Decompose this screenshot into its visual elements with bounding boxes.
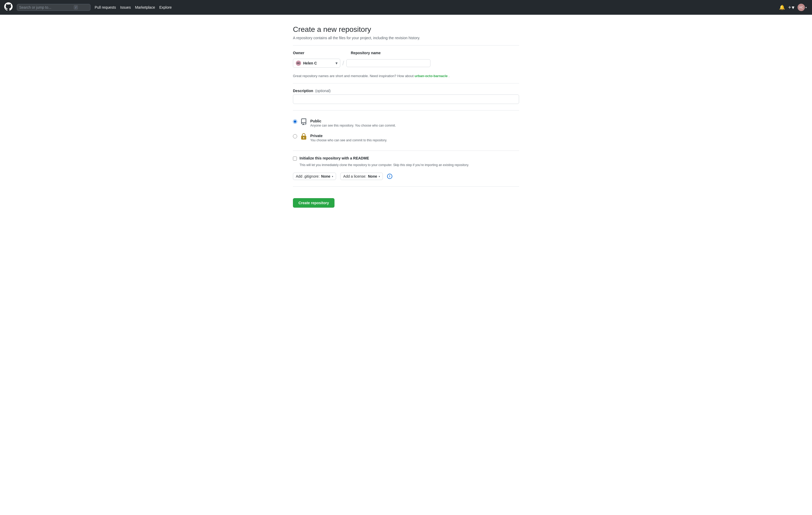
divider-description	[293, 83, 519, 83]
navbar: / Pull requests Issues Marketplace Explo…	[0, 0, 812, 15]
private-text: Private You choose who can see and commi…	[310, 134, 387, 142]
new-item-button[interactable]: + ▾	[788, 4, 794, 10]
kbd-slash: /	[74, 5, 78, 9]
gitignore-label: Add .gitignore:	[296, 174, 319, 179]
owner-repo-section: Owner Repository name HC Helen C ▾ /	[293, 51, 519, 67]
inspiration-text: Great repository names are short and mem…	[293, 74, 519, 78]
gitignore-dropdown[interactable]: Add .gitignore: None ▾	[293, 173, 336, 180]
page-subtitle: A repository contains all the files for …	[293, 36, 519, 40]
owner-label: Owner	[293, 51, 340, 55]
description-optional: (optional)	[315, 89, 330, 93]
page-container: Create a new repository A repository con…	[288, 15, 524, 515]
divider-readme	[293, 151, 519, 151]
visibility-options: Public Anyone can see this repository. Y…	[293, 116, 519, 145]
readme-desc: This will let you immediately clone the …	[299, 163, 519, 167]
page-title: Create a new repository	[293, 25, 519, 34]
plus-icon: +	[788, 4, 791, 10]
owner-name: Helen C	[303, 61, 317, 65]
readme-label[interactable]: Initialize this repository with a README	[299, 156, 369, 160]
dropdowns-row: Add .gitignore: None ▾ Add a license: No…	[293, 173, 519, 180]
readme-section: Initialize this repository with a README…	[293, 156, 519, 167]
public-option: Public Anyone can see this repository. Y…	[293, 116, 519, 131]
owner-repo-row: HC Helen C ▾ /	[293, 59, 519, 67]
divider-submit	[293, 186, 519, 187]
description-input[interactable]	[293, 94, 519, 104]
search-bar[interactable]: /	[17, 4, 90, 11]
readme-checkbox[interactable]	[293, 157, 297, 161]
slash-separator: /	[342, 59, 344, 67]
owner-avatar: HC	[296, 60, 301, 66]
repo-name-input[interactable]	[346, 59, 431, 67]
chevron-down-icon: ▾	[806, 6, 807, 9]
gitignore-value: None	[321, 174, 330, 179]
nav-issues[interactable]: Issues	[120, 5, 131, 9]
github-logo[interactable]	[4, 2, 12, 12]
navbar-actions: 🔔 + ▾ HC ▾	[778, 3, 808, 12]
main-nav: Pull requests Issues Marketplace Explore	[95, 5, 774, 9]
info-icon[interactable]: i	[387, 174, 392, 179]
chevron-down-icon: ▾	[332, 175, 333, 178]
bell-icon: 🔔	[779, 4, 785, 10]
public-text: Public Anyone can see this repository. Y…	[310, 119, 396, 127]
chevron-down-icon: ▾	[379, 175, 380, 178]
license-dropdown[interactable]: Add a license: None ▾	[340, 173, 383, 180]
nav-pull-requests[interactable]: Pull requests	[95, 5, 116, 9]
create-repository-button[interactable]: Create repository	[293, 198, 335, 208]
readme-row: Initialize this repository with a README	[293, 156, 519, 161]
divider-top	[293, 45, 519, 46]
private-icon	[300, 133, 307, 142]
nav-explore[interactable]: Explore	[160, 5, 172, 9]
chevron-down-icon: ▾	[792, 4, 794, 10]
license-value: None	[368, 174, 377, 179]
repo-name-label: Repository name	[351, 51, 381, 55]
owner-select[interactable]: HC Helen C ▾	[293, 59, 340, 67]
private-radio[interactable]	[293, 134, 297, 138]
inspiration-link[interactable]: urban-octo-barnacle	[414, 74, 447, 78]
license-label: Add a license:	[343, 174, 366, 179]
chevron-down-icon: ▾	[336, 61, 337, 65]
public-radio[interactable]	[293, 119, 297, 124]
nav-marketplace[interactable]: Marketplace	[135, 5, 155, 9]
divider-visibility	[293, 110, 519, 111]
description-label: Description (optional)	[293, 89, 519, 93]
search-input[interactable]	[19, 5, 72, 9]
avatar: HC	[798, 4, 805, 11]
private-option: Private You choose who can see and commi…	[293, 131, 519, 145]
notifications-button[interactable]: 🔔	[778, 3, 786, 11]
user-menu-button[interactable]: HC ▾	[796, 3, 808, 12]
public-icon	[300, 118, 307, 127]
description-section: Description (optional)	[293, 89, 519, 104]
